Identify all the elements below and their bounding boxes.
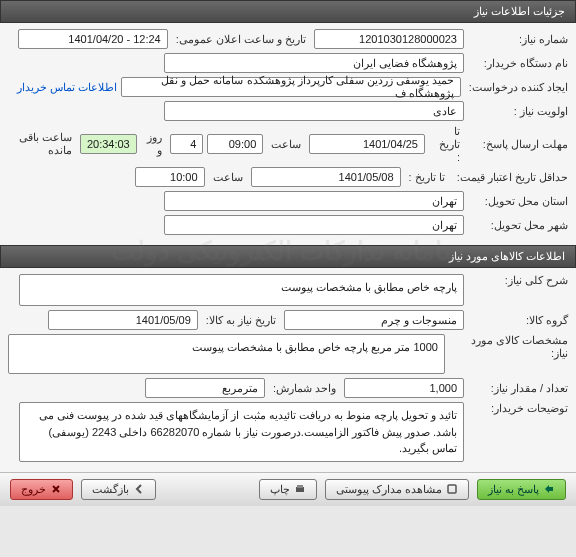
reply-button[interactable]: پاسخ به نیاز [477,479,566,500]
days-left-value: 4 [170,134,203,154]
unit-value: مترمربع [145,378,265,398]
back-icon [133,483,145,495]
exit-button[interactable]: خروج [10,479,73,500]
reply-button-label: پاسخ به نیاز [488,483,539,496]
to-date-label-2: تا تاریخ : [405,171,449,184]
goods-info-header: اطلاعات کالاهای مورد نیاز [0,245,576,268]
need-details-body: شماره نیاز: 1201030128000023 تاریخ و ساع… [0,23,576,245]
delivery-province-value: تهران [164,191,464,211]
price-validity-label: حداقل تاریخ اعتبار قیمت: [453,171,568,184]
attachment-icon [446,483,458,495]
buyer-notes-value: تائید و تحویل پارچه منوط به دریافت تائید… [19,402,464,462]
action-bar: پاسخ به نیاز مشاهده مدارک پیوستی چاپ باز… [0,472,576,506]
goods-specs-value: 1000 متر مربع پارچه خاص مطابق با مشخصات … [8,334,445,374]
price-to-date-value: 1401/05/08 [251,167,401,187]
arrow-icon [543,483,555,495]
exit-icon [50,483,62,495]
request-creator-value: حمید یوسفی زردین سفلی کارپرداز پژوهشکده … [121,77,461,97]
delivery-province-label: استان محل تحویل: [468,195,568,208]
priority-value: عادی [164,101,464,121]
time-left-value: 20:34:03 [80,134,137,154]
price-hour-value: 10:00 [135,167,205,187]
buyer-notes-label: توضیحات خریدار: [468,402,568,415]
qty-label: تعداد / مقدار نیاز: [468,382,568,395]
print-icon [294,483,306,495]
goods-group-value: منسوجات و چرم [284,310,464,330]
qty-value: 1,000 [344,378,464,398]
buyer-org-value: پژوهشگاه فضایی ایران [164,53,464,73]
reply-to-date-value: 1401/04/25 [309,134,425,154]
buyer-org-label: نام دستگاه خریدار: [468,57,568,70]
unit-label: واحد شمارش: [269,382,340,395]
need-goods-date-label: تاریخ نیاز به کالا: [202,314,280,327]
need-details-header: جزئیات اطلاعات نیاز [0,0,576,23]
delivery-city-value: تهران [164,215,464,235]
request-creator-label: ایجاد کننده درخواست: [465,81,568,94]
need-number-value: 1201030128000023 [314,29,464,49]
back-button-label: بازگشت [92,483,129,496]
goods-specs-label: مشخصات کالای مورد نیاز: [449,334,568,360]
public-announce-value: 1401/04/20 - 12:24 [18,29,168,49]
goods-info-body: شرح کلی نیاز: پارچه خاص مطابق با مشخصات … [0,268,576,472]
to-date-label-1: تا تاریخ : [429,125,464,163]
remaining-label: ساعت باقی مانده [8,131,76,157]
days-and-label: روز و [141,131,166,157]
svg-rect-0 [448,485,456,493]
need-summary-value: پارچه خاص مطابق با مشخصات پیوست [19,274,464,306]
hour-label-2: ساعت [209,171,247,184]
need-summary-label: شرح کلی نیاز: [468,274,568,287]
view-attachments-label: مشاهده مدارک پیوستی [336,483,442,496]
print-button-label: چاپ [270,483,290,496]
print-button[interactable]: چاپ [259,479,317,500]
public-announce-label: تاریخ و ساعت اعلان عمومی: [172,33,310,46]
back-button[interactable]: بازگشت [81,479,156,500]
exit-button-label: خروج [21,483,46,496]
goods-group-label: گروه کالا: [468,314,568,327]
svg-rect-2 [297,485,303,488]
need-number-label: شماره نیاز: [468,33,568,46]
need-goods-date-value: 1401/05/09 [48,310,198,330]
buyer-contact-link[interactable]: اطلاعات تماس خریدار [17,81,117,94]
reply-hour-value: 09:00 [207,134,263,154]
delivery-city-label: شهر محل تحویل: [468,219,568,232]
view-attachments-button[interactable]: مشاهده مدارک پیوستی [325,479,469,500]
reply-deadline-label: مهلت ارسال پاسخ: [468,138,568,151]
hour-label-1: ساعت [267,138,305,151]
priority-label: اولویت نیاز : [468,105,568,118]
